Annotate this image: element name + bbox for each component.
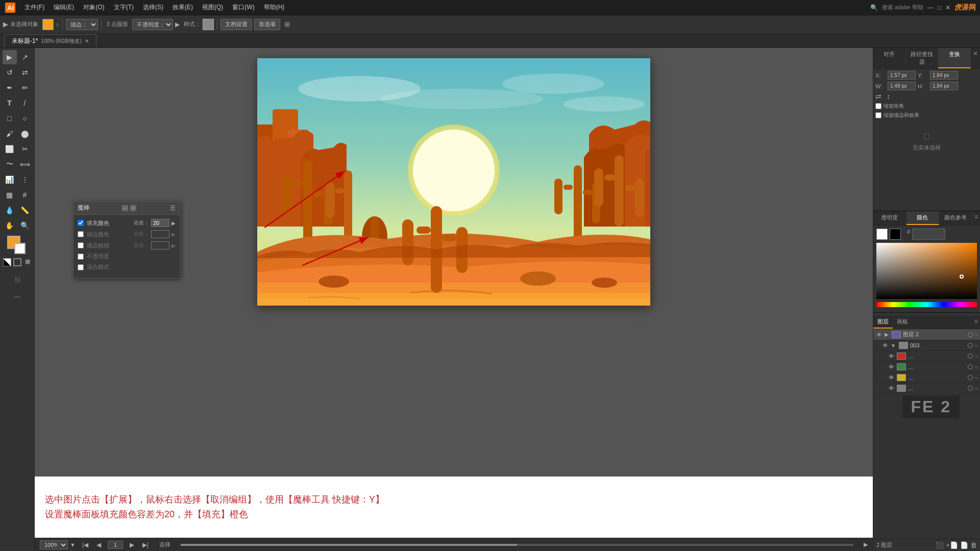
tab-layers[interactable]: 图层 xyxy=(873,316,893,329)
brush-select[interactable]: 描边： xyxy=(66,19,98,30)
hand-tool[interactable]: ✋ xyxy=(3,218,17,233)
stroke-width-label[interactable]: 描边粗细 xyxy=(87,242,109,249)
document-tab[interactable]: 未标题-1* 100% (RGB/预览) ✕ xyxy=(4,34,96,47)
symbol-sprayer-tool[interactable]: ⋮ xyxy=(18,172,32,187)
yellow-item-visibility[interactable]: 👁 xyxy=(888,374,895,381)
menu-help[interactable]: 帮助(H) xyxy=(260,2,289,13)
eyedropper-tool[interactable]: 💧 xyxy=(3,203,17,217)
hue-slider[interactable] xyxy=(876,302,977,307)
minimize-icon[interactable]: — xyxy=(927,4,934,11)
y-input[interactable] xyxy=(930,71,958,80)
rectangle-tool[interactable]: □ xyxy=(3,111,17,126)
zoom-dropdown-icon[interactable]: ▼ xyxy=(70,542,76,548)
gradient-tool[interactable]: ▦ xyxy=(3,188,17,202)
opacity-arrow[interactable]: ▶ xyxy=(175,21,180,28)
text-tool[interactable]: T xyxy=(3,96,17,110)
rotate-tool[interactable]: ↺ xyxy=(3,65,17,80)
x-input[interactable] xyxy=(888,71,916,80)
panel-menu-icon[interactable]: ☰ xyxy=(170,205,176,212)
panel-close-btn[interactable]: ✕ xyxy=(130,205,136,211)
tab-artboard[interactable]: 画板 xyxy=(893,316,912,329)
direct-select-tool[interactable]: ↗ xyxy=(18,50,32,64)
width-tolerance-input[interactable] xyxy=(151,241,169,249)
preferences-btn[interactable]: 首选项 xyxy=(254,19,280,30)
fill-color-checkbox[interactable] xyxy=(78,220,84,226)
color-panel-options[interactable]: ≡ xyxy=(972,211,980,225)
fill-color-label[interactable]: 填充颜色 xyxy=(87,219,109,227)
zoom-tool[interactable]: 🔍 xyxy=(18,218,32,233)
menu-view[interactable]: 视图(Q) xyxy=(198,2,227,13)
green-item-visibility[interactable]: 👁 xyxy=(888,363,895,370)
layer-row-gray[interactable]: 👁 … ○ xyxy=(873,383,980,394)
layer-row-layer2[interactable]: 👁 ▶ 图层 2 ○ xyxy=(873,329,980,340)
panel-minimize-btn[interactable]: — xyxy=(122,205,128,211)
line-tool[interactable]: / xyxy=(18,96,32,110)
fill-color-swatch[interactable] xyxy=(42,19,54,30)
layer-row-green[interactable]: 👁 … ○ xyxy=(873,362,980,372)
tab-pathfinder[interactable]: 路径查找器 xyxy=(906,48,939,68)
more-tools-btn[interactable]: … xyxy=(10,288,24,302)
stroke-tolerance-input[interactable] xyxy=(151,230,169,238)
close-icon[interactable]: ✕ xyxy=(945,4,950,11)
layer003-visibility-icon[interactable]: 👁 xyxy=(881,342,889,349)
menu-edit[interactable]: 编辑(E) xyxy=(50,2,78,13)
menu-effect[interactable]: 效果(E) xyxy=(168,2,197,13)
blend-mode-label[interactable]: 混合模式 xyxy=(87,263,109,271)
red-item-visibility[interactable]: 👁 xyxy=(888,353,895,360)
opacity-select[interactable]: 不透明度：100% xyxy=(132,19,173,30)
black-swatch[interactable] xyxy=(890,229,901,240)
layer-row-red[interactable]: 👁 … ○ xyxy=(873,351,980,362)
paintbrush-tool[interactable]: 🖌 xyxy=(3,127,17,141)
next-page-btn[interactable]: ▶ xyxy=(128,541,136,548)
scale-strokes-checkbox[interactable] xyxy=(875,112,881,118)
last-page-btn[interactable]: ▶| xyxy=(141,541,150,548)
hex-input[interactable]: EF9D2E xyxy=(912,229,945,240)
eraser-tool[interactable]: ⬜ xyxy=(3,142,17,156)
menu-text[interactable]: 文字(T) xyxy=(110,2,138,13)
opacity-label[interactable]: 不透明度 xyxy=(87,253,109,260)
blob-brush-tool[interactable]: ⬤ xyxy=(18,127,32,141)
color-gradient-picker[interactable] xyxy=(876,243,977,299)
move-to-layer-btn[interactable]: ⬛ xyxy=(936,541,944,549)
tab-transparency[interactable]: 透明度 xyxy=(873,211,906,225)
stroke-color-label[interactable]: 描边颜色 xyxy=(87,231,109,238)
stroke-none-icon[interactable] xyxy=(13,258,21,266)
width-tool[interactable]: ⟺ xyxy=(18,157,32,171)
scissors-tool[interactable]: ✂ xyxy=(18,142,32,156)
tab-color-reference[interactable]: 颜色参考 xyxy=(939,211,972,225)
blend-mode-checkbox[interactable] xyxy=(78,264,84,270)
tab-align[interactable]: 对齐 xyxy=(873,48,906,68)
maximize-icon[interactable]: □ xyxy=(938,4,941,11)
mesh-tool[interactable]: # xyxy=(18,188,32,202)
arrange-icon[interactable]: ⊞ xyxy=(284,20,290,28)
artboard-tool[interactable]: ⬛ xyxy=(10,272,24,287)
panel-title-bar[interactable]: 魔棒 — ✕ ☰ xyxy=(74,202,180,215)
delete-layer-btn[interactable]: 🗑 xyxy=(970,541,977,549)
menu-object[interactable]: 对象(O) xyxy=(79,2,108,13)
tolerance-input[interactable]: 20 xyxy=(151,219,169,227)
pen-tool[interactable]: ✒ xyxy=(3,81,17,95)
ellipse-tool[interactable]: ○ xyxy=(18,111,32,126)
tab-color[interactable]: 颜色 xyxy=(906,211,940,225)
create-sublayer-btn[interactable]: +📄 xyxy=(946,541,958,549)
layer003-expand-icon[interactable]: ▼ xyxy=(891,343,896,348)
first-page-btn[interactable]: |◀ xyxy=(81,541,90,548)
tolerance-arrow[interactable]: ▶ xyxy=(172,220,176,226)
doc-settings-btn[interactable]: 文档设置 xyxy=(220,19,252,30)
prev-page-btn[interactable]: ◀ xyxy=(95,541,103,548)
menu-window[interactable]: 窗口(W) xyxy=(228,2,258,13)
create-layer-btn[interactable]: 📄 xyxy=(960,541,968,549)
tab-close-btn[interactable]: ✕ xyxy=(85,38,89,44)
w-input[interactable] xyxy=(888,82,916,90)
stroke-width-checkbox[interactable] xyxy=(78,242,84,248)
color-mode-icon[interactable] xyxy=(3,258,11,266)
panel-options-icon[interactable]: ✕ xyxy=(971,48,980,68)
constrain-checkbox[interactable] xyxy=(875,103,881,109)
h-input[interactable] xyxy=(930,82,958,90)
canvas-wrapper[interactable]: 魔棒 — ✕ ☰ 填充颜色 容差： 20 ▶ xyxy=(35,48,873,477)
gray-item-visibility[interactable]: 👁 xyxy=(888,385,895,392)
opacity-checkbox[interactable] xyxy=(78,254,84,260)
flip-h-icon[interactable]: ⇄ xyxy=(875,92,881,101)
gradient-mode-icon[interactable]: ▦ xyxy=(23,258,32,266)
warp-tool[interactable]: 〜 xyxy=(3,157,17,171)
